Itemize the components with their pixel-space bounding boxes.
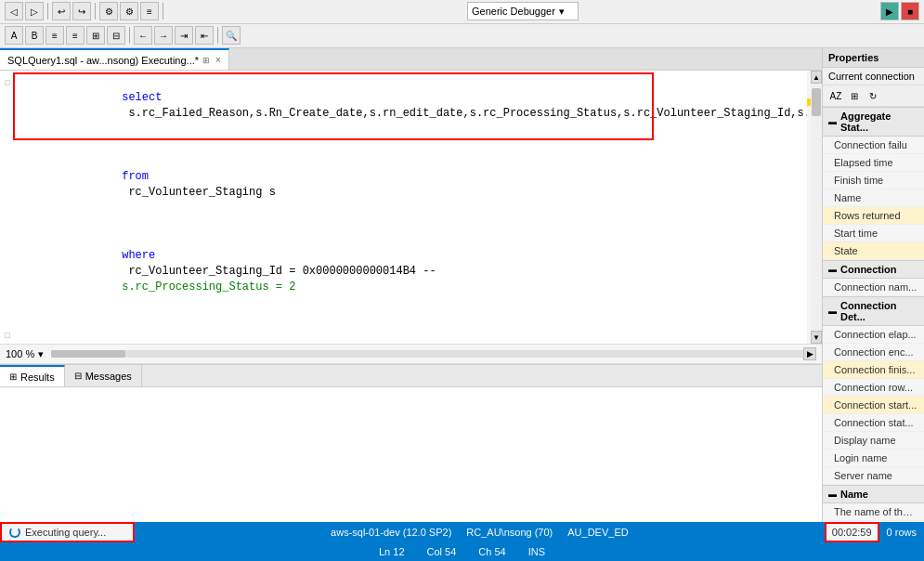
- run-btn[interactable]: ▶: [880, 2, 899, 20]
- prop-server-name[interactable]: Server name: [823, 467, 924, 485]
- prop-elapsed[interactable]: Elapsed time: [823, 154, 924, 172]
- props-header: Properties: [823, 48, 924, 68]
- tb-h[interactable]: →: [154, 26, 173, 45]
- status-server: aws-sql-01-dev (12.0 SP2): [331, 527, 451, 538]
- line-text-3: where rc_Volunteer_Staging_Id = 0x000000…: [15, 216, 811, 311]
- dropdown-arrow: ▾: [559, 6, 565, 18]
- results-area: ⊞ Results ⊟ Messages: [0, 364, 822, 522]
- results-icon: ⊞: [9, 372, 17, 382]
- vscroll-thumb: [812, 88, 821, 116]
- hscroll-right-btn[interactable]: ▶: [803, 347, 816, 360]
- main-content: SQLQuery1.sql - aw...nsong) Executing...…: [0, 48, 924, 522]
- prop-login-name[interactable]: Login name: [823, 450, 924, 467]
- prop-conn-elap[interactable]: Connection elap...: [823, 326, 924, 344]
- prop-display-name[interactable]: Display name: [823, 432, 924, 450]
- kw-where-1: where: [122, 249, 155, 262]
- vscroll-track[interactable]: [811, 84, 822, 331]
- query-tab[interactable]: SQLQuery1.sql - aw...nsong) Executing...…: [0, 48, 229, 70]
- tb-j[interactable]: ⇤: [195, 26, 214, 45]
- status-bar: Executing query... aws-sql-01-dev (12.0 …: [0, 522, 924, 542]
- ch-indicator: Ch 54: [478, 546, 505, 557]
- vscroll-down-btn[interactable]: ▼: [811, 331, 822, 344]
- line-text-5: update rc_Volunteer_Staging: [15, 327, 811, 344]
- redo-button[interactable]: ↪: [72, 2, 91, 20]
- props-sort-btn[interactable]: AZ: [827, 87, 844, 104]
- props-cat-btn[interactable]: ⊞: [846, 87, 863, 104]
- tb-d[interactable]: ≡: [66, 26, 85, 45]
- section-conn-details-label: Connection Det...: [840, 300, 918, 322]
- toolbar-area: ◁ ▷ ↩ ↪ ⚙ ⚙ ≡ Generic Debugger ▾ ▶ ■ A B…: [0, 0, 924, 48]
- line-icon-3: [0, 216, 15, 218]
- back-button[interactable]: ◁: [5, 2, 23, 20]
- prop-connection-fail[interactable]: Connection failu: [823, 137, 924, 154]
- prop-conn-name[interactable]: Connection nam...: [823, 279, 924, 296]
- tab-bar: SQLQuery1.sql - aw...nsong) Executing...…: [0, 48, 822, 71]
- props-toolbar: AZ ⊞ ↻: [823, 85, 924, 107]
- stop-btn[interactable]: ■: [901, 2, 919, 20]
- prop-state[interactable]: State: [823, 242, 924, 260]
- properties-panel: Properties Current connection AZ ⊞ ↻ ▬ A…: [822, 48, 924, 522]
- line-icon-4: [0, 311, 15, 313]
- code-content-area[interactable]: □ select s.rc_Failed_Reason,s.Rn_Create_…: [0, 71, 811, 344]
- line-icon-1: □: [0, 74, 15, 92]
- code-line-4: [0, 311, 811, 327]
- pin-icon[interactable]: ⊞: [202, 56, 210, 65]
- ins-indicator: INS: [528, 546, 545, 557]
- ln-indicator: Ln 12: [379, 546, 405, 557]
- prop-start[interactable]: Start time: [823, 225, 924, 242]
- messages-tab[interactable]: ⊟ Messages: [65, 365, 142, 386]
- vscroll-up-btn[interactable]: ▲: [811, 71, 822, 84]
- results-content: [0, 387, 822, 522]
- timer-display: 00:02:59: [825, 522, 879, 542]
- tb-b[interactable]: B: [25, 26, 44, 45]
- section-connection-label: Connection: [840, 264, 897, 275]
- tb-c[interactable]: ≡: [46, 26, 64, 45]
- props-refresh-btn[interactable]: ↻: [865, 87, 881, 104]
- code-line-2: from rc_Volunteer_Staging s: [0, 137, 811, 216]
- section-aggregate-icon: ▬: [828, 117, 837, 126]
- tab-close-button[interactable]: ×: [215, 55, 221, 65]
- prop-finish[interactable]: Finish time: [823, 172, 924, 189]
- section-connection-icon: ▬: [828, 265, 837, 274]
- tab-title: SQLQuery1.sql - aw...nsong) Executing...…: [7, 55, 199, 66]
- prop-name[interactable]: Name: [823, 189, 924, 207]
- tb-e[interactable]: ⊞: [86, 26, 105, 45]
- section-conn-details-icon: ▬: [828, 307, 837, 316]
- prop-conn-row[interactable]: Connection row...: [823, 379, 924, 397]
- tb3[interactable]: ≡: [140, 2, 159, 20]
- prop-conn-start[interactable]: Connection start...: [823, 397, 924, 414]
- editor-vscrollbar[interactable]: ▲ ▼: [811, 71, 822, 344]
- status-connection: RC_AU\nsong (70): [466, 527, 553, 538]
- section-name-icon: ▬: [828, 489, 837, 499]
- spin-icon: [9, 527, 20, 538]
- prop-conn-enc[interactable]: Connection enc...: [823, 344, 924, 361]
- prop-rows-returned[interactable]: Rows returned: [823, 207, 924, 225]
- tb-k[interactable]: 🔍: [222, 26, 241, 45]
- tb-i[interactable]: ⇥: [175, 26, 193, 45]
- kw-from: from: [122, 170, 149, 183]
- prop-conn-finish[interactable]: Connection finis...: [823, 361, 924, 379]
- editor-results-pane: SQLQuery1.sql - aw...nsong) Executing...…: [0, 48, 822, 522]
- indent-2: [122, 154, 135, 167]
- code-line-1: □ select s.rc_Failed_Reason,s.Rn_Create_…: [0, 74, 811, 137]
- debugger-label: Generic Debugger: [472, 6, 555, 17]
- prop-conn-stat[interactable]: Connection stat...: [823, 414, 924, 432]
- current-connection-label: Current connection: [823, 68, 924, 85]
- results-tab[interactable]: ⊞ Results: [0, 365, 65, 386]
- cursor-bar: Ln 12 Col 54 Ch 54 INS: [0, 542, 924, 561]
- zoom-dropdown[interactable]: ▾: [38, 348, 44, 360]
- tb2[interactable]: ⚙: [120, 2, 138, 20]
- undo-button[interactable]: ↩: [52, 2, 71, 20]
- code-editor: □ select s.rc_Failed_Reason,s.Rn_Create_…: [0, 71, 822, 344]
- section-name: ▬ Name: [823, 485, 924, 503]
- h-scrollbar-track[interactable]: [51, 350, 803, 358]
- tb-f[interactable]: ⊟: [107, 26, 125, 45]
- where-cond-1: rc_Volunteer_Staging_Id = 0x000000000001…: [122, 265, 443, 278]
- status-right: 00:02:59 0 rows: [825, 522, 924, 542]
- section-connection: ▬ Connection: [823, 260, 924, 279]
- tb-a[interactable]: A: [5, 26, 23, 45]
- forward-button[interactable]: ▷: [25, 2, 44, 20]
- tb-g[interactable]: ←: [134, 26, 152, 45]
- debugger-dropdown[interactable]: Generic Debugger ▾: [467, 2, 579, 20]
- tb1[interactable]: ⚙: [99, 2, 118, 20]
